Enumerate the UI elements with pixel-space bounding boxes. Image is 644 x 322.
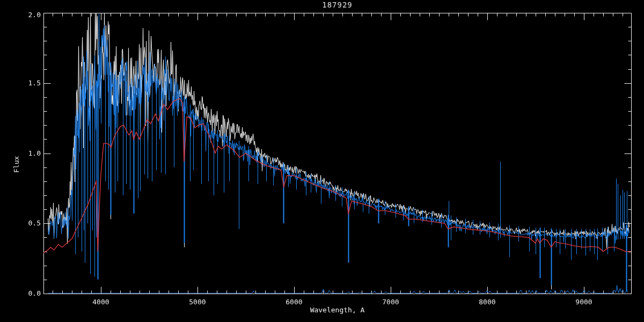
x-tick-label: 4000 bbox=[85, 298, 117, 306]
y-tick-label: 0.0 bbox=[15, 290, 41, 297]
x-tick-label: 9000 bbox=[568, 298, 600, 306]
y-tick-label: 1.0 bbox=[15, 150, 41, 157]
x-axis-label: Wavelength, A bbox=[43, 306, 631, 314]
x-tick-label: 8000 bbox=[471, 298, 503, 306]
spectrum-figure: 187929 Wavelength, A Flux 40005000600070… bbox=[0, 0, 644, 322]
y-tick-label: 2.0 bbox=[15, 11, 41, 19]
x-tick-label: 6000 bbox=[278, 298, 310, 306]
x-tick-label: 7000 bbox=[375, 298, 407, 306]
spectrum-plot-canvas bbox=[0, 0, 644, 322]
x-tick-label: 5000 bbox=[181, 298, 214, 306]
y-tick-label: 1.5 bbox=[15, 79, 41, 87]
plot-title: 187929 bbox=[43, 1, 631, 9]
y-tick-label: 0.5 bbox=[15, 219, 41, 227]
